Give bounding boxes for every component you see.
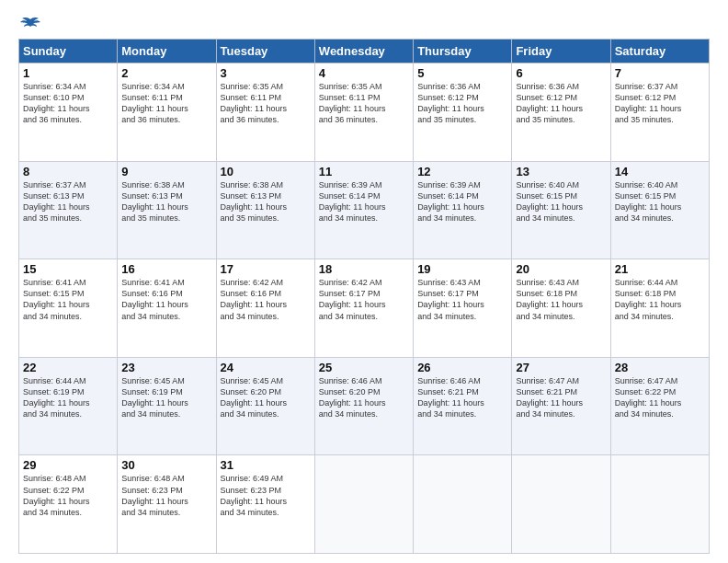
calendar-cell (314, 455, 413, 554)
day-info: Sunrise: 6:40 AM Sunset: 6:15 PM Dayligh… (516, 179, 606, 224)
logo-bird-icon (20, 17, 40, 35)
day-number: 8 (23, 165, 113, 178)
day-number: 3 (221, 66, 311, 80)
day-number: 25 (319, 361, 409, 374)
calendar-week-row: 15Sunrise: 6:41 AM Sunset: 6:15 PM Dayli… (19, 259, 710, 358)
day-info: Sunrise: 6:41 AM Sunset: 6:15 PM Dayligh… (23, 277, 113, 322)
day-number: 20 (516, 262, 606, 276)
day-number: 24 (221, 361, 311, 374)
day-number: 13 (516, 165, 606, 178)
day-number: 17 (221, 262, 311, 276)
day-info: Sunrise: 6:43 AM Sunset: 6:17 PM Dayligh… (417, 277, 507, 322)
day-info: Sunrise: 6:49 AM Sunset: 6:23 PM Dayligh… (221, 473, 311, 518)
calendar-cell: 13Sunrise: 6:40 AM Sunset: 6:15 PM Dayli… (512, 161, 610, 259)
calendar-header-cell: Sunday (19, 40, 118, 63)
day-number: 7 (615, 66, 705, 80)
day-info: Sunrise: 6:43 AM Sunset: 6:18 PM Dayligh… (516, 277, 606, 322)
day-info: Sunrise: 6:47 AM Sunset: 6:21 PM Dayligh… (516, 375, 606, 420)
day-number: 5 (417, 66, 507, 80)
calendar-cell: 22Sunrise: 6:44 AM Sunset: 6:19 PM Dayli… (19, 357, 118, 455)
calendar-week-row: 29Sunrise: 6:48 AM Sunset: 6:22 PM Dayli… (19, 455, 710, 554)
day-info: Sunrise: 6:39 AM Sunset: 6:14 PM Dayligh… (417, 179, 507, 224)
calendar-cell: 4Sunrise: 6:35 AM Sunset: 6:11 PM Daylig… (314, 63, 413, 162)
calendar-cell: 23Sunrise: 6:45 AM Sunset: 6:19 PM Dayli… (118, 357, 216, 455)
day-info: Sunrise: 6:47 AM Sunset: 6:22 PM Dayligh… (615, 375, 705, 420)
calendar-header-cell: Wednesday (314, 40, 413, 63)
calendar-cell: 15Sunrise: 6:41 AM Sunset: 6:15 PM Dayli… (19, 259, 118, 358)
day-number: 26 (417, 361, 507, 374)
calendar-cell: 12Sunrise: 6:39 AM Sunset: 6:14 PM Dayli… (414, 161, 512, 259)
calendar-cell: 2Sunrise: 6:34 AM Sunset: 6:11 PM Daylig… (118, 63, 216, 162)
day-number: 2 (121, 66, 211, 80)
calendar-cell: 27Sunrise: 6:47 AM Sunset: 6:21 PM Dayli… (512, 357, 610, 455)
calendar-cell: 5Sunrise: 6:36 AM Sunset: 6:12 PM Daylig… (414, 63, 512, 162)
calendar-body: 1Sunrise: 6:34 AM Sunset: 6:10 PM Daylig… (19, 63, 710, 554)
calendar-cell: 10Sunrise: 6:38 AM Sunset: 6:13 PM Dayli… (216, 161, 314, 259)
calendar-cell: 29Sunrise: 6:48 AM Sunset: 6:22 PM Dayli… (19, 455, 118, 554)
day-info: Sunrise: 6:37 AM Sunset: 6:13 PM Dayligh… (23, 179, 113, 224)
day-number: 9 (121, 165, 211, 178)
page: SundayMondayTuesdayWednesdayThursdayFrid… (0, 0, 728, 563)
day-info: Sunrise: 6:36 AM Sunset: 6:12 PM Dayligh… (516, 81, 606, 126)
calendar-cell: 30Sunrise: 6:48 AM Sunset: 6:23 PM Dayli… (118, 455, 216, 554)
calendar-header-cell: Monday (118, 40, 216, 63)
day-info: Sunrise: 6:41 AM Sunset: 6:16 PM Dayligh… (121, 277, 211, 322)
day-info: Sunrise: 6:48 AM Sunset: 6:23 PM Dayligh… (121, 473, 211, 518)
day-info: Sunrise: 6:40 AM Sunset: 6:15 PM Dayligh… (615, 179, 705, 224)
calendar-cell: 24Sunrise: 6:45 AM Sunset: 6:20 PM Dayli… (216, 357, 314, 455)
day-info: Sunrise: 6:38 AM Sunset: 6:13 PM Dayligh… (221, 179, 311, 224)
day-number: 29 (23, 458, 113, 472)
calendar-week-row: 22Sunrise: 6:44 AM Sunset: 6:19 PM Dayli… (19, 357, 710, 455)
calendar-cell: 17Sunrise: 6:42 AM Sunset: 6:16 PM Dayli… (216, 259, 314, 358)
calendar-header-cell: Tuesday (216, 40, 314, 63)
day-info: Sunrise: 6:48 AM Sunset: 6:22 PM Dayligh… (23, 473, 113, 518)
header (18, 17, 710, 31)
calendar-week-row: 8Sunrise: 6:37 AM Sunset: 6:13 PM Daylig… (19, 161, 710, 259)
day-number: 14 (615, 165, 705, 178)
calendar-cell: 21Sunrise: 6:44 AM Sunset: 6:18 PM Dayli… (610, 259, 709, 358)
day-info: Sunrise: 6:46 AM Sunset: 6:21 PM Dayligh… (417, 375, 507, 420)
calendar-cell: 9Sunrise: 6:38 AM Sunset: 6:13 PM Daylig… (118, 161, 216, 259)
day-number: 19 (417, 262, 507, 276)
day-number: 16 (121, 262, 211, 276)
day-info: Sunrise: 6:36 AM Sunset: 6:12 PM Dayligh… (417, 81, 507, 126)
day-info: Sunrise: 6:45 AM Sunset: 6:19 PM Dayligh… (121, 375, 211, 420)
calendar-cell: 1Sunrise: 6:34 AM Sunset: 6:10 PM Daylig… (19, 63, 118, 162)
calendar-cell: 8Sunrise: 6:37 AM Sunset: 6:13 PM Daylig… (19, 161, 118, 259)
day-number: 4 (319, 66, 409, 80)
day-info: Sunrise: 6:37 AM Sunset: 6:12 PM Dayligh… (615, 81, 705, 126)
day-info: Sunrise: 6:44 AM Sunset: 6:19 PM Dayligh… (23, 375, 113, 420)
day-info: Sunrise: 6:38 AM Sunset: 6:13 PM Dayligh… (121, 179, 211, 224)
logo (18, 17, 40, 31)
day-info: Sunrise: 6:34 AM Sunset: 6:11 PM Dayligh… (121, 81, 211, 126)
calendar-cell: 11Sunrise: 6:39 AM Sunset: 6:14 PM Dayli… (314, 161, 413, 259)
day-info: Sunrise: 6:44 AM Sunset: 6:18 PM Dayligh… (615, 277, 705, 322)
day-number: 31 (221, 458, 311, 472)
calendar-cell: 20Sunrise: 6:43 AM Sunset: 6:18 PM Dayli… (512, 259, 610, 358)
day-number: 1 (23, 66, 113, 80)
calendar-header-cell: Friday (512, 40, 610, 63)
day-info: Sunrise: 6:35 AM Sunset: 6:11 PM Dayligh… (319, 81, 409, 126)
day-info: Sunrise: 6:42 AM Sunset: 6:17 PM Dayligh… (319, 277, 409, 322)
calendar-cell: 7Sunrise: 6:37 AM Sunset: 6:12 PM Daylig… (610, 63, 709, 162)
day-info: Sunrise: 6:46 AM Sunset: 6:20 PM Dayligh… (319, 375, 409, 420)
calendar-cell: 25Sunrise: 6:46 AM Sunset: 6:20 PM Dayli… (314, 357, 413, 455)
calendar-cell: 31Sunrise: 6:49 AM Sunset: 6:23 PM Dayli… (216, 455, 314, 554)
day-number: 15 (23, 262, 113, 276)
calendar-header-cell: Saturday (610, 40, 709, 63)
day-number: 30 (121, 458, 211, 472)
day-number: 6 (516, 66, 606, 80)
calendar-week-row: 1Sunrise: 6:34 AM Sunset: 6:10 PM Daylig… (19, 63, 710, 162)
calendar-cell (512, 455, 610, 554)
calendar-cell: 16Sunrise: 6:41 AM Sunset: 6:16 PM Dayli… (118, 259, 216, 358)
calendar-header-row: SundayMondayTuesdayWednesdayThursdayFrid… (19, 40, 710, 63)
day-number: 21 (615, 262, 705, 276)
day-number: 10 (221, 165, 311, 178)
calendar-header-cell: Thursday (414, 40, 512, 63)
calendar-cell (610, 455, 709, 554)
calendar-cell: 18Sunrise: 6:42 AM Sunset: 6:17 PM Dayli… (314, 259, 413, 358)
day-info: Sunrise: 6:42 AM Sunset: 6:16 PM Dayligh… (221, 277, 311, 322)
calendar-cell: 6Sunrise: 6:36 AM Sunset: 6:12 PM Daylig… (512, 63, 610, 162)
calendar-cell: 26Sunrise: 6:46 AM Sunset: 6:21 PM Dayli… (414, 357, 512, 455)
calendar-cell (414, 455, 512, 554)
